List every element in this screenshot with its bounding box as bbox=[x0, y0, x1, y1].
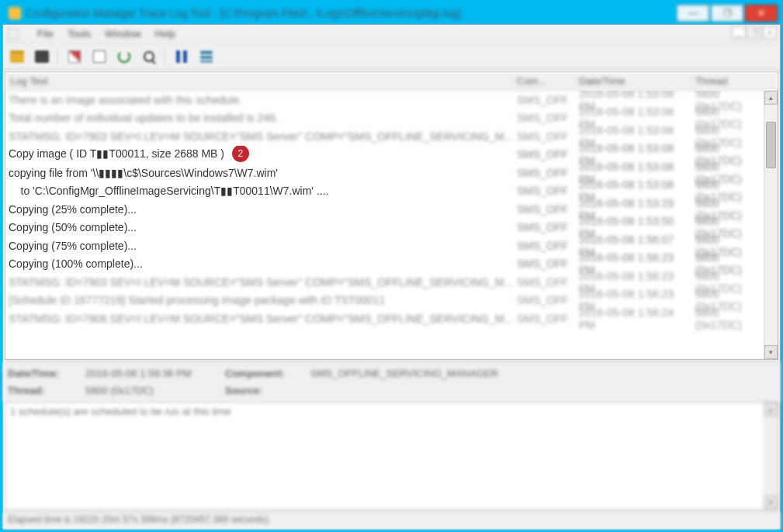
tool-separator bbox=[57, 47, 59, 66]
thread-value: 5800 (0x17DC) bbox=[85, 385, 217, 396]
cell-comp: SMS_OFF bbox=[514, 112, 576, 124]
find-button[interactable] bbox=[138, 46, 160, 67]
copy-button[interactable] bbox=[64, 46, 85, 67]
cell-thread: 5800 (0x17DC) bbox=[692, 306, 762, 331]
grid-body: There is an image associated with this s… bbox=[5, 91, 778, 359]
menu-window[interactable]: Window bbox=[105, 28, 140, 40]
app-window: Configuration Manager Trace Log Tool - [… bbox=[0, 0, 783, 532]
msg-scroll-down[interactable]: ▾ bbox=[764, 496, 778, 510]
cell-comp: SMS_OFF bbox=[514, 167, 576, 179]
menu-help[interactable]: Help bbox=[155, 28, 176, 40]
open-button[interactable] bbox=[6, 46, 28, 67]
message-panel: 1 schedule(s) are scheduled to be run at… bbox=[5, 402, 778, 510]
edit-icon bbox=[68, 50, 81, 63]
scroll-thumb[interactable] bbox=[766, 122, 776, 168]
cell-comp: SMS_OFF bbox=[514, 276, 576, 288]
menu-bar: File Tools Window Help _ ❐ × bbox=[3, 25, 780, 43]
cell-logtext: STATMSG: ID=7903 SEV=I LEV=M SOURCE="SMS… bbox=[5, 130, 514, 143]
pause-icon bbox=[176, 50, 187, 63]
cell-logtext: [Schedule ID 16777219] Started processin… bbox=[5, 294, 514, 306]
cell-logtext: copying file from '\\▮▮▮▮\c$\Sources\Win… bbox=[5, 167, 514, 179]
col-component[interactable]: Com... bbox=[514, 75, 576, 87]
cell-logtext: to 'C:\ConfigMgr_OfflineImageServicing\T… bbox=[5, 185, 514, 197]
cell-comp: SMS_OFF bbox=[514, 203, 576, 216]
cell-logtext: Copying (25% complete)... bbox=[5, 203, 514, 216]
grid-header: Log Text Com... Date/Time Thread bbox=[5, 72, 778, 91]
table-row[interactable]: STATMSG: ID=7906 SEV=I LEV=M SOURCE="SMS… bbox=[5, 309, 764, 328]
document-icon bbox=[93, 50, 106, 63]
highlight-button[interactable] bbox=[196, 46, 217, 67]
msg-scroll-up[interactable]: ▴ bbox=[764, 402, 778, 416]
cell-comp: SMS_OFF bbox=[514, 313, 576, 325]
log-grid: Log Text Com... Date/Time Thread There i… bbox=[5, 71, 778, 360]
app-icon bbox=[9, 7, 21, 19]
status-bar: Elapsed time is 2422h 20m 57s 389ms (872… bbox=[3, 512, 780, 529]
cell-logtext: Copying (100% complete)... bbox=[5, 257, 514, 270]
thread-label: Thread: bbox=[8, 385, 78, 396]
window-title: Configuration Manager Trace Log Tool - [… bbox=[26, 7, 675, 19]
tool-bar bbox=[3, 43, 780, 70]
scroll-up-button[interactable]: ▴ bbox=[764, 91, 778, 105]
col-thread[interactable]: Thread bbox=[692, 75, 762, 87]
menu-file[interactable]: File bbox=[37, 28, 54, 40]
source-label: Source: bbox=[225, 385, 303, 396]
cell-comp: SMS_OFF bbox=[514, 221, 576, 233]
cell-comp: SMS_OFF bbox=[514, 185, 576, 197]
vertical-scrollbar[interactable]: ▴ ▾ bbox=[764, 91, 778, 359]
maximize-button[interactable]: ❐ bbox=[711, 5, 743, 22]
close-button[interactable]: ✕ bbox=[745, 5, 778, 22]
scroll-down-button[interactable]: ▾ bbox=[764, 345, 778, 359]
datetime-value: 2016-05-08 1:59:36 PM bbox=[85, 368, 217, 379]
detail-panel: Date/Time: 2016-05-08 1:59:36 PM Compone… bbox=[3, 361, 780, 402]
cell-logtext: Copy image ( ID T▮▮T00011, size 2688 MB … bbox=[5, 146, 514, 163]
cell-logtext: There is an image associated with this s… bbox=[5, 94, 514, 106]
cell-logtext: STATMSG: ID=7906 SEV=I LEV=M SOURCE="SMS… bbox=[5, 313, 514, 325]
message-text: 1 schedule(s) are scheduled to be run at… bbox=[10, 406, 231, 417]
refresh-icon bbox=[118, 50, 130, 63]
cell-date: 2016-05-08 1:56:24 PM bbox=[576, 306, 692, 331]
menu-tools[interactable]: Tools bbox=[68, 28, 91, 40]
cell-logtext: Copying (75% complete)... bbox=[5, 240, 514, 252]
cell-logtext: Total number of individual updates to be… bbox=[5, 112, 514, 124]
tool-separator bbox=[165, 47, 166, 66]
message-scrollbar[interactable]: ▴ ▾ bbox=[764, 402, 778, 510]
status-text: Elapsed time is 2422h 20m 57s 389ms (872… bbox=[8, 514, 269, 525]
printer-icon bbox=[35, 50, 49, 63]
cell-comp: SMS_OFF bbox=[514, 240, 576, 252]
cell-comp: SMS_OFF bbox=[514, 148, 576, 161]
system-menu-icon[interactable] bbox=[8, 29, 19, 40]
text-button[interactable] bbox=[88, 46, 110, 67]
component-value: SMS_OFFLINE_SERVICING_MANAGER bbox=[310, 368, 775, 379]
col-datetime[interactable]: Date/Time bbox=[576, 75, 692, 87]
grid-icon bbox=[200, 50, 213, 63]
folder-icon bbox=[10, 50, 24, 63]
mdi-minimize-button[interactable]: _ bbox=[732, 26, 746, 39]
print-button[interactable] bbox=[31, 46, 53, 67]
cell-comp: SMS_OFF bbox=[514, 257, 576, 270]
cell-logtext: Copying (50% complete)... bbox=[5, 221, 514, 233]
cell-logtext: STATMSG: ID=7903 SEV=I LEV=M SOURCE="SMS… bbox=[5, 276, 514, 288]
datetime-label: Date/Time: bbox=[8, 368, 78, 379]
minimize-button[interactable]: — bbox=[677, 5, 709, 22]
binoculars-icon bbox=[144, 51, 154, 62]
col-logtext[interactable]: Log Text bbox=[5, 75, 514, 87]
cell-comp: SMS_OFF bbox=[514, 94, 576, 106]
mdi-close-button[interactable]: × bbox=[763, 26, 777, 39]
refresh-button[interactable] bbox=[113, 46, 135, 67]
cell-comp: SMS_OFF bbox=[514, 294, 576, 306]
client-area: File Tools Window Help _ ❐ × Log Text bbox=[2, 24, 781, 530]
pause-button[interactable] bbox=[171, 46, 192, 67]
mdi-restore-button[interactable]: ❐ bbox=[747, 26, 761, 39]
component-label: Component: bbox=[225, 368, 303, 379]
title-bar: Configuration Manager Trace Log Tool - [… bbox=[2, 2, 781, 24]
cell-comp: SMS_OFF bbox=[514, 130, 576, 143]
callout-badge: 2 bbox=[232, 146, 249, 162]
